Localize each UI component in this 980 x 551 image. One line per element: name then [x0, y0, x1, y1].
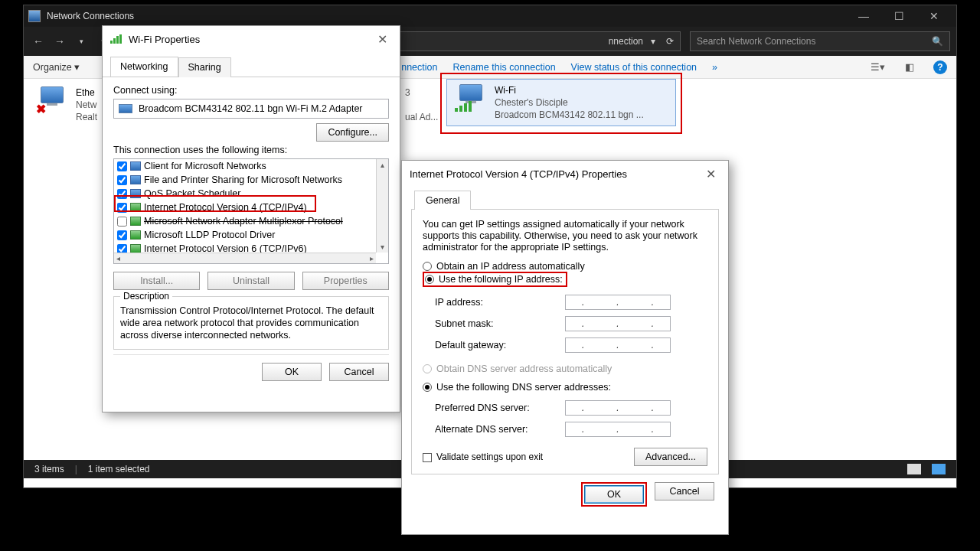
view-details-icon[interactable] — [907, 464, 921, 474]
organize-menu[interactable]: Organize ▾ — [33, 61, 80, 73]
view-options-icon[interactable]: ☰▾ — [869, 59, 886, 76]
search-icon: 🔍 — [932, 36, 943, 47]
disable-connection[interactable]: nnection — [401, 62, 437, 73]
dialog-titlebar[interactable]: Internet Protocol Version 4 (TCP/IPv4) P… — [402, 161, 728, 187]
protocol-checkbox[interactable] — [117, 203, 127, 213]
close-icon[interactable]: ✕ — [701, 167, 720, 181]
cancel-button[interactable]: Cancel — [329, 363, 389, 381]
status-item-count: 3 items — [34, 464, 64, 474]
protocol-item-ipv4[interactable]: Internet Protocol Version 4 (TCP/IPv4) — [114, 201, 388, 214]
ok-button[interactable]: OK — [262, 363, 322, 381]
protocol-checkbox[interactable] — [117, 217, 127, 227]
connect-using-label: Connect using: — [113, 85, 389, 96]
more-commands[interactable]: » — [712, 62, 717, 73]
radio-icon[interactable] — [423, 383, 432, 392]
recent-dropdown[interactable]: ▾ — [73, 33, 90, 50]
tab-sharing[interactable]: Sharing — [178, 57, 231, 77]
validate-checkbox-row[interactable]: Validate settings upon exit — [423, 452, 543, 462]
status-selected-count: 1 item selected — [88, 464, 150, 474]
minimize-button[interactable]: — — [846, 5, 881, 27]
protocol-list[interactable]: Client for Microsoft Networks File and P… — [113, 158, 389, 264]
adapter-middle-fragment: 3ual Ad... — [405, 86, 438, 123]
ipv4-properties-dialog: Internet Protocol Version 4 (TCP/IPv4) P… — [401, 160, 729, 535]
advanced-button[interactable]: Advanced... — [634, 448, 707, 466]
pref-dns-label: Preferred DNS server: — [435, 403, 565, 413]
dialog-title: Wi-Fi Properties — [129, 34, 200, 45]
dialog-title: Internet Protocol Version 4 (TCP/IPv4) P… — [410, 168, 627, 180]
protocol-checkbox[interactable] — [117, 175, 127, 185]
general-panel: You can get IP settings assigned automat… — [411, 209, 719, 474]
gateway-label: Default gateway: — [435, 340, 565, 350]
adapter-icon: ✖ — [36, 86, 70, 116]
view-tiles-icon[interactable] — [932, 464, 946, 474]
alt-dns-label: Alternate DNS server: — [435, 424, 565, 435]
tab-networking[interactable]: Networking — [110, 57, 178, 77]
adapter-text: Broadcom BCM43142 802.11 bgn Wi-Fi M.2 A… — [139, 103, 363, 114]
option-obtain-dns-auto: Obtain DNS server address automatically — [423, 364, 707, 374]
protocol-item[interactable]: Microsoft LLDP Protocol Driver — [114, 228, 388, 242]
option-use-following-dns[interactable]: Use the following DNS server addresses: — [423, 382, 707, 393]
preview-pane-icon[interactable]: ◧ — [901, 59, 918, 76]
gateway-input[interactable]: ... — [565, 337, 671, 353]
address-dropdown-icon[interactable]: ▾ — [651, 36, 655, 47]
titlebar[interactable]: Network Connections — ☐ ✕ — [24, 5, 956, 27]
protocol-item[interactable]: Client for Microsoft Networks — [114, 159, 388, 173]
help-icon[interactable]: ? — [933, 60, 947, 74]
forward-button[interactable]: → — [51, 33, 68, 50]
search-box[interactable]: Search Network Connections 🔍 — [690, 31, 950, 51]
pref-dns-input[interactable]: ... — [565, 400, 671, 416]
uninstall-button[interactable]: Uninstall — [207, 272, 294, 290]
window-icon — [28, 10, 41, 22]
properties-button[interactable]: Properties — [302, 272, 389, 290]
subnet-input[interactable]: ... — [565, 316, 671, 331]
description-text: Transmission Control Protocol/Internet P… — [120, 305, 382, 341]
tab-general[interactable]: General — [414, 191, 471, 210]
view-status[interactable]: View status of this connection — [571, 62, 697, 73]
subnet-label: Subnet mask: — [435, 318, 565, 329]
adapter-name: Ethe — [76, 86, 97, 99]
info-text: You can get IP settings assigned automat… — [423, 219, 707, 253]
option-use-following-ip[interactable]: Use the following IP address: — [425, 274, 563, 285]
protocol-checkbox[interactable] — [117, 161, 127, 171]
install-button[interactable]: Install... — [113, 272, 200, 290]
address-tail: nnection — [609, 36, 643, 47]
protocol-checkbox[interactable] — [117, 189, 127, 199]
nic-icon — [119, 104, 132, 113]
back-button[interactable]: ← — [30, 33, 47, 50]
refresh-icon[interactable]: ⟳ — [666, 36, 674, 47]
protocol-item[interactable]: QoS Packet Scheduler — [114, 187, 388, 201]
alt-dns-input[interactable]: ... — [565, 422, 671, 437]
adapter-icon — [455, 84, 488, 113]
configure-button[interactable]: Configure... — [316, 123, 389, 142]
checkbox-icon[interactable] — [423, 453, 432, 462]
radio-icon — [423, 364, 432, 373]
close-button[interactable]: ✕ — [916, 5, 952, 27]
adapter-name: Wi-Fi — [495, 84, 644, 96]
items-label: This connection uses the following items… — [113, 145, 389, 155]
close-icon[interactable]: ✕ — [373, 32, 392, 47]
wifi-icon — [110, 34, 122, 44]
radio-icon[interactable] — [425, 275, 434, 284]
radio-icon[interactable] — [423, 262, 432, 271]
horizontal-scrollbar[interactable]: ◂▸ — [114, 253, 376, 263]
vertical-scrollbar[interactable]: ▴▾ — [376, 159, 388, 253]
protocol-item[interactable]: File and Printer Sharing for Microsoft N… — [114, 173, 388, 187]
maximize-button[interactable]: ☐ — [881, 5, 916, 27]
protocol-item[interactable]: Microsoft Network Adapter Multiplexor Pr… — [114, 214, 388, 228]
ip-address-label: IP address: — [435, 297, 565, 308]
description-group: Description Transmission Control Protoco… — [113, 296, 389, 350]
adapter-wifi[interactable]: Wi-Fi Chester's Disciple Broadcom BCM431… — [446, 79, 676, 126]
ip-address-input[interactable]: ... — [565, 295, 671, 310]
annotation-ok-highlight: OK — [581, 482, 647, 507]
protocol-checkbox[interactable] — [117, 230, 127, 240]
adapter-field[interactable]: Broadcom BCM43142 802.11 bgn Wi-Fi M.2 A… — [113, 99, 389, 119]
option-obtain-ip-auto[interactable]: Obtain an IP address automatically — [423, 261, 707, 272]
tab-strip: Networking Sharing — [103, 52, 400, 77]
description-label: Description — [120, 291, 172, 302]
window-title: Network Connections — [47, 11, 134, 21]
rename-connection[interactable]: Rename this connection — [452, 62, 555, 73]
dialog-titlebar[interactable]: Wi-Fi Properties ✕ — [103, 26, 400, 52]
annotation-use-ip-highlight: Use the following IP address: — [423, 272, 567, 287]
cancel-button[interactable]: Cancel — [655, 482, 714, 500]
ok-button[interactable]: OK — [584, 485, 644, 504]
